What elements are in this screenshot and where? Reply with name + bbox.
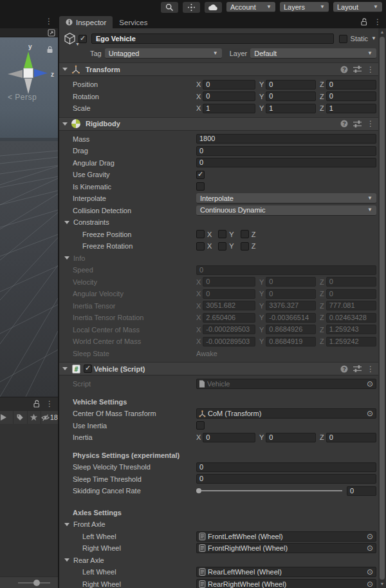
kebab-menu-icon[interactable]: ⋮ [374,18,381,26]
z-value-field[interactable]: 777.081 [326,301,376,310]
bottom-panel-body[interactable] [0,424,58,576]
kebab-menu-icon[interactable]: ⋮ [367,365,374,373]
presets-icon[interactable] [353,365,362,372]
axis-checkbox[interactable] [241,242,249,251]
kebab-menu-icon[interactable]: ⋮ [367,66,374,73]
x-value-field[interactable]: -0.000289503 [203,337,255,346]
component-header[interactable]: Rigidbody?⋮ [59,117,378,131]
value-field[interactable]: 0 [196,265,376,275]
value-field[interactable]: 0 [196,146,376,156]
property-dropdown[interactable]: Continuous Dynamic▼ [196,205,376,216]
x-value-field[interactable]: 0 [203,91,255,101]
kebab-menu-icon[interactable]: ⋮ [46,400,53,408]
gizmo-center-cube[interactable] [24,68,33,78]
maximize-icon[interactable] [48,29,55,37]
kebab-menu-icon[interactable]: ⋮ [45,17,53,25]
y-value-field[interactable]: -0.00366514 [266,313,316,323]
y-value-field[interactable]: 0.8684919 [266,337,316,346]
value-field[interactable]: 0 [196,158,376,167]
property-checkbox[interactable] [196,421,205,430]
z-value-field[interactable]: 0 [326,91,376,101]
x-value-field[interactable]: 0 [203,433,255,442]
object-picker-icon[interactable]: ⊙ [367,544,373,552]
z-value-field[interactable]: 0 [326,277,376,287]
z-value-field[interactable]: 0 [326,289,376,299]
gameobject-name-field[interactable]: Ego Vehicle [91,33,334,44]
object-field[interactable]: FrontLeftWheel (Wheel)⊙ [196,531,376,542]
axis-checkbox[interactable] [196,242,205,251]
axis-checkbox[interactable] [196,230,205,238]
value-field[interactable]: 1800 [196,134,376,144]
property-dropdown[interactable]: Interpolate▼ [196,193,376,204]
unlock-icon[interactable] [33,400,41,408]
static-checkbox[interactable] [339,35,347,43]
value-field[interactable]: 0 [196,462,376,472]
object-picker-icon[interactable]: ⊙ [367,533,373,540]
x-value-field[interactable]: 0 [203,289,255,299]
object-field[interactable]: FrontRightWheel (Wheel)⊙ [196,543,376,553]
help-icon[interactable]: ? [340,66,348,73]
account-dropdown[interactable]: Account ▼ [226,2,275,12]
x-value-field[interactable]: -0.000289503 [203,325,255,334]
y-value-field[interactable]: 0 [266,277,316,287]
gameobject-icon[interactable]: ▼ [63,32,78,45]
y-value-field[interactable]: 0 [266,91,316,101]
lock-icon[interactable] [46,46,53,53]
scroll-down-icon[interactable]: ▼ [378,580,386,588]
tab-inspector[interactable]: Inspector [59,16,113,28]
axis-checkbox[interactable] [218,230,226,238]
y-value-field[interactable]: 0.8684926 [266,325,316,334]
foldout-row[interactable]: Rear Axle [59,555,378,567]
x-value-field[interactable]: 1 [203,104,255,113]
gizmo-axis-z-cone[interactable] [34,69,48,77]
object-field[interactable]: RearRightWheel (Wheel)⊙ [196,579,376,588]
gizmo-axis-cone-down[interactable] [24,79,32,94]
object-field[interactable]: CoM (Transform)⊙ [196,408,376,419]
z-value-field[interactable]: 1.259243 [326,325,376,334]
foldout-row[interactable]: Constraints [59,216,378,229]
slider-handle[interactable] [196,488,201,493]
presets-icon[interactable] [353,120,362,128]
foldout-arrow-icon[interactable] [62,122,68,126]
y-value-field[interactable]: 0 [266,80,316,90]
active-checkbox[interactable]: ✓ [78,35,87,43]
x-value-field[interactable]: 0 [203,277,255,287]
object-picker-icon[interactable]: ⊙ [367,380,373,388]
zoom-slider-handle[interactable] [33,580,40,586]
foldout-row[interactable]: Front Axle [59,518,378,531]
object-field[interactable]: RearLeftWheel (Wheel)⊙ [196,567,376,577]
z-value-field[interactable]: 0.02463428 [326,313,376,323]
object-picker-icon[interactable]: ⊙ [367,580,373,588]
foldout-row[interactable]: Info [59,252,378,265]
static-dropdown-icon[interactable]: ▼ [371,36,376,41]
clipped-icon-cell[interactable] [0,411,14,424]
kebab-menu-icon[interactable]: ⋮ [367,120,374,128]
x-value-field[interactable]: 2.650406 [203,313,255,323]
cloud-button[interactable] [205,2,222,13]
presets-icon[interactable] [353,66,362,73]
tag-filter-cell[interactable] [14,411,27,424]
scene-view-viewport[interactable]: y z < Persp [0,37,58,397]
activity-indicator-button[interactable] [183,2,200,13]
axis-checkbox[interactable] [241,230,249,238]
z-value-field[interactable]: 1.259242 [326,337,376,346]
property-checkbox[interactable] [196,182,205,191]
y-value-field[interactable]: 0 [266,433,316,442]
y-value-field[interactable]: 1 [266,104,316,113]
foldout-arrow-icon[interactable] [62,68,68,71]
object-picker-icon[interactable]: ⊙ [367,410,373,417]
z-value-field[interactable]: 1 [326,104,376,113]
layers-dropdown[interactable]: Layers ▼ [280,2,329,12]
z-value-field[interactable]: 0 [326,433,376,442]
x-value-field[interactable]: 0 [203,80,255,90]
scroll-up-icon[interactable]: ▲ [378,28,386,36]
slider-value-field[interactable]: 0 [347,486,376,496]
search-button[interactable] [161,2,178,13]
inspector-scrollbar[interactable]: ▲ ▼ [378,28,386,588]
component-header[interactable]: Transform?⋮ [59,62,378,76]
object-picker-icon[interactable]: ⊙ [367,568,373,576]
slider-track[interactable] [196,490,342,491]
persp-label[interactable]: < Persp [8,93,37,102]
y-value-field[interactable]: 0 [266,289,316,299]
property-checkbox[interactable]: ✓ [196,171,205,179]
